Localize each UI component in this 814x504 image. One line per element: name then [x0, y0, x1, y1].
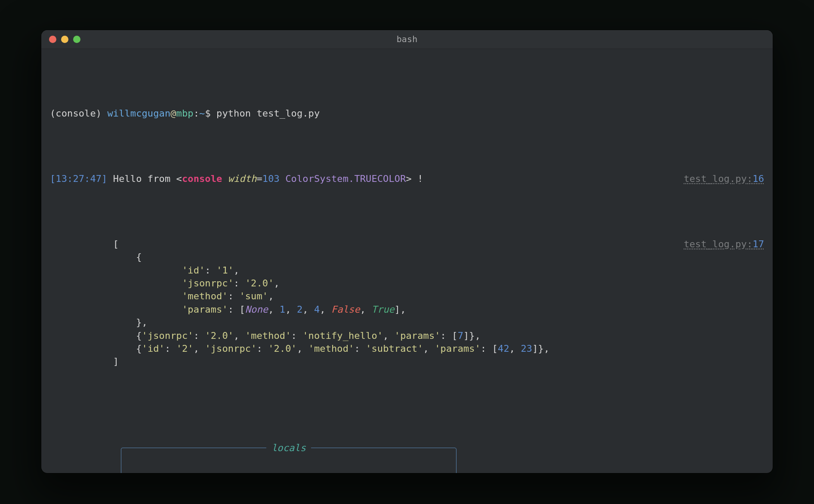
- prompt-path: ~: [199, 108, 205, 119]
- prompt-at: @: [170, 108, 176, 119]
- locals-panel: locals context={'foo': 'bar'}enabled=Fal…: [121, 448, 456, 473]
- repr-val: 103: [262, 173, 280, 184]
- minimize-icon[interactable]: [61, 36, 68, 43]
- log-text: Hello from: [107, 173, 176, 184]
- repr-enum: ColorSystem.TRUECOLOR: [285, 173, 406, 184]
- prompt-host: mbp: [176, 108, 194, 119]
- terminal-body[interactable]: (console) willmcgugan@mbp:~$ python test…: [41, 49, 773, 473]
- repr-class: console: [182, 173, 222, 184]
- close-icon[interactable]: [49, 36, 56, 43]
- terminal-window[interactable]: bash (console) willmcgugan@mbp:~$ python…: [41, 30, 773, 473]
- locals-title: locals: [266, 442, 311, 455]
- source-link[interactable]: test_log.py:16: [684, 172, 764, 185]
- prompt-symbol: $: [205, 108, 216, 119]
- source-link[interactable]: test_log.py:17: [684, 238, 764, 251]
- log-suffix: !: [412, 173, 423, 184]
- prompt-user: willmcgugan: [107, 108, 170, 119]
- data-structure: [test_log.py:17 { 'id': '1', 'jsonrpc': …: [50, 238, 764, 369]
- repr-eq: =: [256, 173, 262, 184]
- prompt-line: (console) willmcgugan@mbp:~$ python test…: [50, 107, 764, 120]
- repr-close: >: [406, 173, 412, 184]
- repr-open: <: [176, 173, 182, 184]
- prompt-env: (console): [50, 108, 107, 119]
- timestamp: [13:27:47]: [50, 173, 107, 184]
- titlebar: bash: [41, 30, 773, 49]
- zoom-icon[interactable]: [73, 36, 80, 43]
- command-text: python test_log.py: [216, 108, 320, 119]
- prompt-colon: :: [194, 108, 199, 119]
- window-controls: [41, 36, 80, 43]
- repr-attr: width: [228, 173, 257, 184]
- window-title: bash: [41, 34, 773, 46]
- log-line-hello: [13:27:47] Hello from <console width=103…: [50, 172, 764, 185]
